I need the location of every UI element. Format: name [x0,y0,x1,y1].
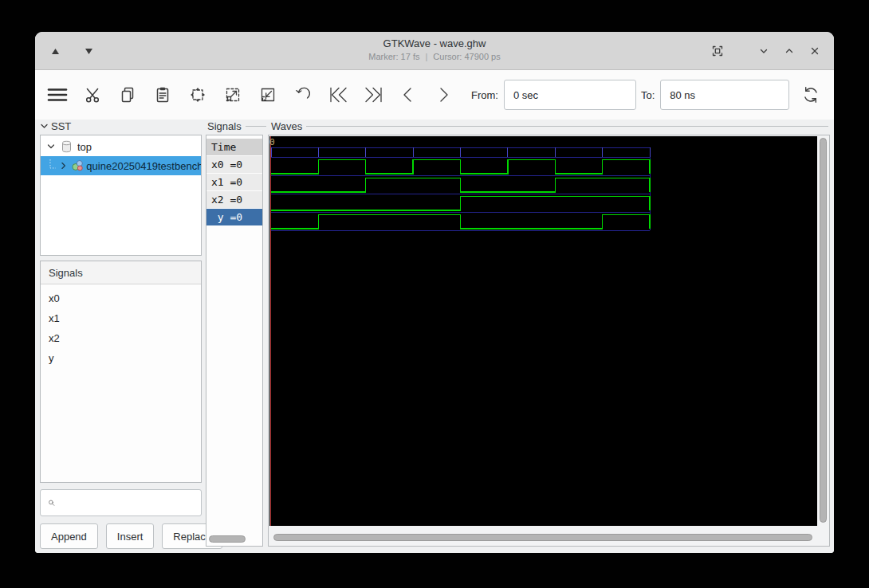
svg-text:0: 0 [269,137,275,147]
marker-status: Marker: 17 fs [368,52,419,61]
signal-list-item[interactable]: x2 [41,328,201,348]
tree-item-testbench[interactable]: quine20250419testbench [41,156,201,175]
minimize-button[interactable] [756,43,772,59]
to-start-button[interactable] [326,83,350,107]
chevron-up-icon [782,44,796,58]
signal-row-y[interactable]: y =0 [206,209,262,226]
search-icon [48,496,55,509]
copy-icon [118,85,137,104]
wave-canvas[interactable]: 0 [269,136,817,526]
skip-to-start-icon [328,85,349,104]
wave-trace-x0 [271,160,650,174]
waves-panel: 0 [268,135,830,547]
signal-name-column: Time x0 =0 x1 =0 x2 =0 y =0 [206,135,263,547]
signal-row-x0[interactable]: x0 =0 [206,156,262,174]
tree-item-label: top [77,141,92,153]
maximize-button[interactable] [781,43,797,59]
wave-trace-x1 [271,178,650,193]
sst-expander-icon [40,122,49,131]
wave-trace-y [271,215,650,229]
zoom-in-button[interactable] [221,83,245,107]
fullscreen-icon [710,44,725,58]
signal-list-item[interactable]: x0 [41,288,201,308]
component-icon [71,159,85,172]
signal-search[interactable] [40,489,202,516]
sst-tree: top quine20250419testbench [40,135,202,256]
to-input[interactable] [660,80,789,110]
zoom-out-button[interactable] [256,83,280,107]
prev-edge-button[interactable] [396,83,420,107]
signal-row-x2[interactable]: x2 =0 [206,191,262,209]
cut-button[interactable] [81,83,104,107]
cursor-status: Cursor: 47900 ps [433,52,500,61]
hamburger-menu-icon [46,85,69,104]
paste-button[interactable] [151,83,175,107]
fullscreen-button[interactable] [710,43,725,59]
zoom-fit-button[interactable] [186,83,210,107]
next-edge-button[interactable] [431,83,455,107]
chevron-left-icon [399,85,418,104]
hamburger-menu-button[interactable] [45,83,69,107]
paste-icon [153,85,172,104]
from-label: From: [471,89,498,101]
close-icon [808,44,822,58]
reload-button[interactable] [799,83,823,107]
insert-button[interactable]: Insert [106,523,155,549]
zoom-out-icon [258,85,277,104]
signals-list-header: Signals [41,261,201,284]
from-input[interactable] [504,80,636,110]
tree-connector [49,159,57,172]
expander-right-icon[interactable] [59,161,69,171]
time-row[interactable]: Time [206,139,262,156]
wave-trace-x2 [271,197,650,211]
signal-row-x1[interactable]: x1 =0 [206,174,262,191]
scissors-icon [83,85,102,104]
sst-header[interactable]: SST [40,120,71,132]
toolbar: From: To: [35,70,834,120]
to-label: To: [641,89,655,101]
signals-frame-label: Signals [207,120,266,132]
expander-down-icon[interactable] [46,142,56,151]
zoom-undo-button[interactable] [291,83,315,107]
gtkwave-window: GTKWave - wave.ghw Marker: 17 fs|Cursor:… [35,32,834,553]
signals-list-panel: Signals x0 x1 x2 y [40,261,202,483]
titlebar[interactable]: GTKWave - wave.ghw Marker: 17 fs|Cursor:… [35,32,834,70]
waves-vscrollbar[interactable] [820,138,827,523]
signal-list-item[interactable]: x1 [41,308,201,328]
zoom-fit-icon [188,85,207,104]
skip-to-end-icon [363,85,384,104]
to-end-button[interactable] [361,83,385,107]
chevron-down-icon [757,44,771,58]
search-input[interactable] [61,490,201,515]
zoom-in-icon [223,85,242,104]
sst-label: SST [51,120,71,132]
close-button[interactable] [807,43,823,59]
database-icon [61,140,73,153]
tree-item-top[interactable]: top [41,137,201,156]
append-button[interactable]: Append [40,523,98,549]
main-area: SST top quine20250419testbenc [35,120,834,553]
copy-button[interactable] [116,83,140,107]
waves-hscrollbar[interactable] [273,534,812,541]
reload-icon [800,84,821,105]
waves-frame-label: Waves [271,120,828,132]
signal-column-hscrollbar[interactable] [209,535,246,543]
tree-item-label: quine20250419testbench [86,160,201,172]
undo-icon [293,85,313,104]
chevron-right-icon [434,85,453,104]
signal-list-item[interactable]: y [41,348,201,368]
